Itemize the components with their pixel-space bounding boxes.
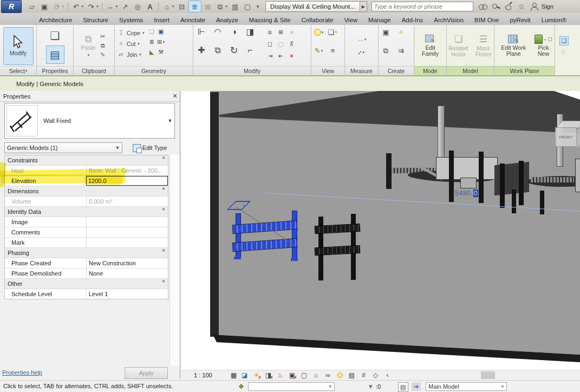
save-icon[interactable]: ▣ (38, 1, 50, 12)
properties-palette-header[interactable]: Properties ✕ (0, 91, 180, 102)
tab-manage[interactable]: Manage (363, 15, 396, 25)
collapse-icon[interactable]: « (161, 279, 167, 288)
elevation-input[interactable]: 1200.0 (86, 176, 168, 186)
tab-systems[interactable]: Systems (114, 15, 148, 25)
edit-type-button[interactable]: Edit Type (125, 142, 175, 154)
measure-icon[interactable]: ↔▾ (105, 1, 119, 12)
array-icon[interactable]: ⊞ (277, 28, 285, 36)
favorites-star-icon[interactable]: ☆ (517, 2, 526, 11)
pick-new-work-plane-button[interactable]: ←▢ Pick New (535, 35, 552, 57)
communication-center-icon[interactable] (505, 3, 512, 10)
tab-addins[interactable]: Add-Ins (396, 15, 429, 25)
signin-user-icon[interactable] (531, 3, 537, 10)
tab-pyrevit[interactable]: pyRevit (504, 15, 536, 25)
cutoff-panel-icon-1[interactable]: ❏ (559, 36, 569, 45)
modify-button[interactable]: Modify (3, 27, 34, 65)
tab-archvision[interactable]: ArchVision (428, 15, 469, 25)
crop-region-icon[interactable]: ▢ (299, 371, 309, 380)
schedule-icon[interactable]: ▥ (229, 1, 241, 12)
panel-label-select[interactable]: Select▾ (0, 66, 36, 75)
design-option-select[interactable]: Main Model▼ (426, 382, 507, 391)
ceiling-mount-wall-plate[interactable] (386, 153, 392, 189)
tag-icon[interactable]: ◎ (132, 1, 144, 12)
create-parts-icon[interactable]: ⧉ (381, 46, 391, 56)
align-icon[interactable]: ⊩ (197, 27, 206, 37)
temporary-hide-isolate-icon[interactable]: ∞ (323, 371, 333, 380)
mirror-pick-axis-icon[interactable]: ◑ (229, 27, 239, 37)
title-expand-icon[interactable]: ▶ (360, 1, 367, 12)
search-icon[interactable] (479, 3, 487, 10)
unpin-icon[interactable]: ⨯ (288, 28, 296, 36)
temp-dimension-selected-digit[interactable]: 0 (473, 190, 478, 197)
worksets-select[interactable]: ▼ (248, 382, 335, 391)
open-icon[interactable]: ▱ (26, 1, 38, 12)
linework-icon[interactable]: ≡ (328, 46, 338, 56)
paste-button[interactable]: ⧉ Paste▾ (81, 34, 96, 58)
box-icon[interactable]: ▢ (242, 1, 253, 12)
aligned-dimension-icon[interactable]: ↗ (119, 1, 131, 12)
temporary-dimension[interactable]: 5480.0 (455, 190, 478, 197)
demolish-hammer-icon[interactable]: ⚒ (157, 48, 165, 56)
properties-help-link[interactable]: Properties help (2, 369, 42, 376)
tab-lumion[interactable]: Lumion® (536, 15, 572, 25)
tab-insert[interactable]: Insert (148, 15, 175, 25)
customize-qat-icon[interactable]: ▼ (254, 1, 261, 12)
align-right-icon[interactable]: ⇤ (277, 52, 285, 60)
mount-rail[interactable] (500, 164, 505, 208)
cope-button[interactable]: ⌶Cope▾ (117, 28, 145, 38)
tab-architecture[interactable]: Architecture (34, 15, 77, 25)
create-assembly-icon[interactable]: ⇉ (396, 46, 406, 56)
tab-annotate[interactable]: Annotate (175, 15, 211, 25)
cut-geometry-button[interactable]: ○Cut▾ (117, 38, 145, 49)
collapse-icon[interactable]: « (161, 207, 167, 216)
rotate-icon[interactable]: ↻ (229, 45, 239, 55)
edit-family-button[interactable]: ✎ Edit Family (418, 35, 444, 57)
hide-elements-lightbulb-icon[interactable]: ▾ (314, 28, 324, 37)
palette-scrollbar[interactable] (170, 155, 180, 366)
hide-category-icon[interactable]: ❏✦ (328, 28, 338, 37)
reveal-hidden-elements-icon[interactable] (335, 371, 344, 380)
panel-label-properties[interactable]: Properties (37, 66, 73, 75)
sync-icon[interactable]: ⟳▾ (51, 1, 66, 12)
group-header-other[interactable]: Other« (5, 279, 168, 289)
analytical-model-icon[interactable]: # (359, 371, 368, 380)
measure-along-icon[interactable]: ↕▾ (357, 48, 367, 57)
type-properties-icon[interactable]: ❏ (47, 28, 63, 44)
view-cube-front-face[interactable]: FRONT (555, 127, 577, 147)
collapse-arrow-icon[interactable]: ‹ (383, 371, 392, 380)
mount-rail[interactable] (449, 151, 454, 202)
key-icon[interactable] (492, 3, 500, 10)
mirror-draw-axis-icon[interactable]: ◨ (245, 27, 255, 37)
split-face-icon[interactable]: ◣ (148, 48, 156, 56)
pin-icon[interactable]: ⊼ (288, 40, 296, 48)
horizontal-scrollbar-thumb[interactable] (481, 371, 495, 379)
split-with-gap-icon[interactable]: ◻ (266, 40, 274, 48)
tab-analyze[interactable]: Analyze (211, 15, 244, 25)
match-type-icon[interactable]: ✎ (99, 51, 107, 59)
temporary-view-properties-icon[interactable]: ▤ (347, 371, 356, 380)
split-element-icon[interactable]: ⧈ (266, 28, 274, 36)
align-left-icon[interactable]: ⇥ (266, 52, 274, 60)
view-scale-button[interactable]: 1 : 100 (194, 372, 212, 378)
collapse-icon[interactable]: « (161, 187, 167, 195)
filter-icon[interactable]: ▼ (366, 382, 375, 391)
lock-3d-view-icon[interactable]: ⌂ (311, 371, 321, 380)
tab-collaborate[interactable]: Collaborate (296, 15, 339, 25)
help-search-input[interactable] (372, 2, 473, 11)
offset-icon[interactable]: ◠ (213, 27, 223, 37)
collapse-icon[interactable]: « (161, 249, 167, 257)
related-hosts-button[interactable]: ❏ Related Hosts (447, 35, 470, 57)
mount-rail[interactable] (519, 161, 524, 205)
unjoin-icon[interactable]: ⊞▾ (157, 38, 165, 46)
create-similar-icon[interactable]: ✧ (396, 28, 406, 37)
application-menu-button[interactable]: R (1, 0, 22, 13)
active-design-option-icon[interactable]: ➜ (412, 382, 421, 391)
section-icon[interactable]: ⊟ (176, 1, 188, 12)
switch-windows-icon[interactable]: ⧉▾ (214, 1, 229, 12)
display-box[interactable] (436, 157, 498, 180)
signin-label[interactable]: Sign (542, 3, 553, 10)
measure-between-icon[interactable]: ↔▾ (357, 35, 367, 44)
mass-floors-button[interactable]: ☰ Mass Floors (473, 35, 494, 57)
edit-work-plane-button[interactable]: ✎ Edit Work Plane (497, 35, 530, 57)
type-selector-dropdown-icon[interactable]: ▼ (166, 118, 174, 123)
